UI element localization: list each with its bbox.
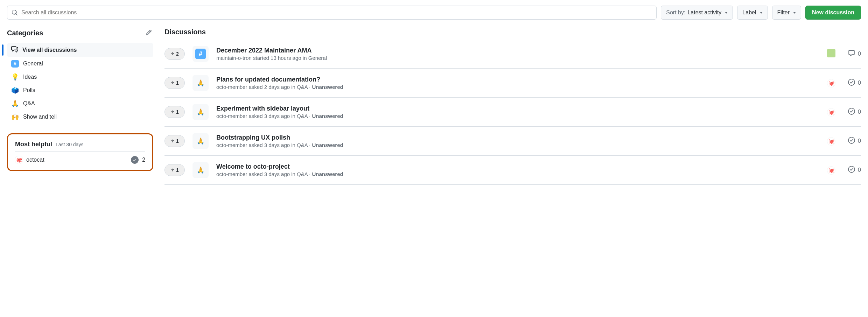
- avatar: 🐙: [827, 108, 835, 116]
- discussion-row: 1🙏Bootstrapping UX polishocto-member ask…: [164, 127, 861, 156]
- sidebar-item-all[interactable]: View all discussions: [7, 43, 153, 57]
- comments-count: 0: [858, 167, 861, 173]
- edit-categories-button[interactable]: [144, 28, 153, 38]
- sidebar-item-polls[interactable]: 🗳️ Polls: [7, 84, 153, 97]
- category-icon-wrap: 🙏: [192, 133, 209, 149]
- comments-count: 0: [858, 109, 861, 115]
- sidebar-item-qa[interactable]: 🙏 Q&A: [7, 97, 153, 110]
- comments-indicator[interactable]: 0: [844, 166, 861, 174]
- comment-icon: [848, 50, 855, 58]
- comments-indicator[interactable]: 0: [844, 79, 861, 87]
- vote-button[interactable]: 1: [164, 164, 185, 176]
- search-icon: [12, 9, 18, 16]
- pray-icon: 🙏: [197, 108, 204, 116]
- discussion-status: Unanswered: [312, 142, 343, 148]
- sidebar-item-label: Ideas: [23, 74, 37, 80]
- discussion-title[interactable]: Experiment with sidebar layout: [216, 105, 818, 112]
- sidebar-item-label: Show and tell: [23, 114, 57, 120]
- categories-list: View all discussions # General 💡 Ideas 🗳…: [7, 43, 153, 124]
- circle-check-icon: [848, 108, 855, 116]
- discussion-status: Unanswered: [312, 171, 343, 177]
- discussion-row: 1🙏Experiment with sidebar layoutocto-mem…: [164, 98, 861, 127]
- most-helpful-user-row[interactable]: 🐙 octocat 2: [15, 156, 145, 164]
- comments-indicator[interactable]: 0: [844, 50, 861, 58]
- search-container[interactable]: [7, 6, 657, 20]
- discussion-row: 1🙏Welcome to octo-projectocto-member ask…: [164, 156, 861, 185]
- vote-count: 1: [176, 138, 179, 144]
- ballot-icon: 🗳️: [11, 86, 19, 94]
- vote-button[interactable]: 2: [164, 48, 185, 60]
- avatar: 🐙: [827, 79, 835, 87]
- comments-count: 0: [858, 51, 861, 57]
- sort-button[interactable]: Sort by: Latest activity: [661, 6, 733, 20]
- bulb-icon: 💡: [11, 73, 19, 81]
- vote-count: 1: [176, 109, 179, 115]
- categories-heading: Categories: [7, 29, 43, 37]
- discussion-title[interactable]: Plans for updated documentation?: [216, 76, 818, 83]
- category-icon-wrap: 🙏: [192, 75, 209, 91]
- new-discussion-label: New discussion: [812, 9, 854, 16]
- comments-count: 0: [858, 80, 861, 86]
- pencil-icon: [146, 29, 152, 36]
- discussion-meta: octo-member asked 3 days ago in Q&A · Un…: [216, 171, 818, 177]
- sidebar-item-label: General: [23, 61, 43, 67]
- vote-button[interactable]: 1: [164, 106, 185, 118]
- arrow-up-icon: [170, 81, 175, 85]
- pray-icon: 🙏: [11, 100, 19, 107]
- vote-count: 1: [176, 80, 179, 86]
- discussion-meta: octo-member asked 3 days ago in Q&A · Un…: [216, 113, 818, 119]
- pray-icon: 🙏: [197, 79, 204, 87]
- sidebar-item-label: Polls: [23, 87, 35, 93]
- sidebar-item-ideas[interactable]: 💡 Ideas: [7, 70, 153, 84]
- arrow-up-icon: [170, 139, 175, 143]
- vote-count: 1: [176, 167, 179, 173]
- search-input[interactable]: [21, 9, 652, 16]
- chevron-down-icon: [793, 12, 796, 14]
- avatar: 🐙: [827, 167, 835, 174]
- chevron-down-icon: [760, 12, 763, 14]
- sidebar-item-show-tell[interactable]: 🙌 Show and tell: [7, 110, 153, 124]
- label-button[interactable]: Label: [737, 6, 768, 20]
- discussion-title[interactable]: Welcome to octo-project: [216, 163, 818, 170]
- avatar: 🐙: [15, 156, 23, 164]
- category-icon-wrap: 🙏: [192, 162, 209, 178]
- discussion-title[interactable]: Bootstrapping UX polish: [216, 134, 818, 141]
- vote-count: 2: [176, 51, 179, 57]
- discussion-meta: octo-member asked 2 days ago in Q&A · Un…: [216, 84, 818, 90]
- avatar: 🐙: [827, 138, 835, 145]
- sort-prefix: Sort by:: [666, 9, 685, 16]
- sidebar-item-label: Q&A: [23, 100, 35, 107]
- most-helpful-username: octocat: [26, 157, 44, 163]
- circle-check-icon: [848, 166, 855, 174]
- comments-indicator[interactable]: 0: [844, 137, 861, 145]
- check-badge-icon: [131, 156, 139, 164]
- sidebar: Categories View all discussions # Genera…: [7, 28, 153, 185]
- comments-indicator[interactable]: 0: [844, 108, 861, 116]
- most-helpful-count: 2: [142, 157, 145, 163]
- discussions-list: 2#December 2022 Maintainer AMAmaintain-o…: [164, 40, 861, 185]
- pray-icon: 🙏: [197, 166, 204, 174]
- new-discussion-button[interactable]: New discussion: [805, 6, 861, 20]
- comment-discussion-icon: [11, 46, 18, 54]
- hash-badge-icon: #: [11, 60, 19, 68]
- vote-button[interactable]: 1: [164, 135, 185, 147]
- avatar: [827, 49, 835, 57]
- filter-button[interactable]: Filter: [772, 6, 802, 20]
- sidebar-item-general[interactable]: # General: [7, 57, 153, 70]
- chevron-down-icon: [725, 12, 728, 14]
- discussion-row: 1🙏Plans for updated documentation?octo-m…: [164, 69, 861, 98]
- main: Discussions 2#December 2022 Maintainer A…: [164, 28, 861, 185]
- hash-badge-icon: #: [195, 49, 206, 59]
- discussion-status: Unanswered: [312, 113, 343, 119]
- discussion-title[interactable]: December 2022 Maintainer AMA: [216, 47, 818, 54]
- comments-count: 0: [858, 138, 861, 144]
- arrow-up-icon: [170, 110, 175, 114]
- discussion-meta: octo-member asked 3 days ago in Q&A · Un…: [216, 142, 818, 148]
- raised-hands-icon: 🙌: [11, 113, 19, 121]
- discussions-heading: Discussions: [164, 28, 861, 36]
- vote-button[interactable]: 1: [164, 77, 185, 89]
- label-button-text: Label: [742, 9, 756, 16]
- pray-icon: 🙏: [197, 137, 204, 145]
- arrow-up-icon: [170, 52, 175, 56]
- discussion-status: Unanswered: [312, 84, 343, 90]
